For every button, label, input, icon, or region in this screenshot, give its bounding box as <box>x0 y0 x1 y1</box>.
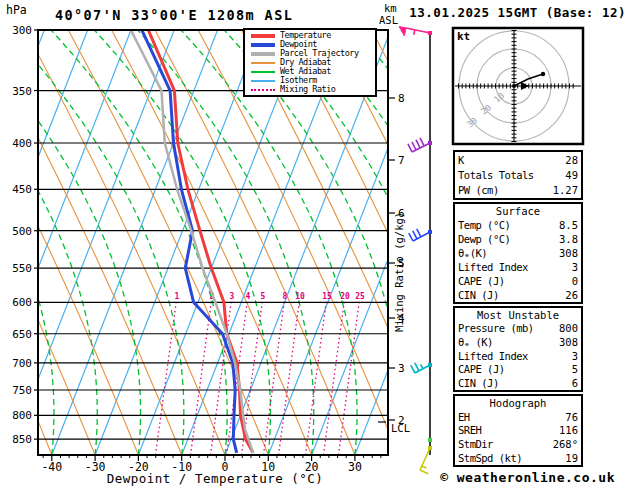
stat-value: 8.5 <box>559 219 578 231</box>
stat-value: 28 <box>565 154 578 166</box>
pressure-tick-label: 800 <box>12 409 32 422</box>
pressure-tick-label: 700 <box>12 357 32 370</box>
pressure-tick-label: 600 <box>12 296 32 309</box>
x-tick-label: -40 <box>41 460 62 474</box>
table-row: θₑ(K)308 <box>455 246 581 260</box>
table-row: Dewp (°C)3.8 <box>455 232 581 246</box>
copyright: © weatheronline.co.uk <box>440 470 615 485</box>
wet-adiabat-line <box>51 30 227 455</box>
mixing-ratio-line <box>156 300 177 455</box>
mixing-ratio-value: 20 <box>340 292 350 301</box>
table-title: Most Unstable <box>477 309 559 321</box>
barb-half <box>414 30 415 35</box>
stat-label: Totals Totals <box>458 169 565 181</box>
table-row: θₑ (K)308 <box>455 335 581 349</box>
barb-full <box>415 363 419 371</box>
table-row: CAPE (J)5 <box>455 363 581 377</box>
mixing-ratio-axis-title: Mixing Ratio (g/kg) <box>393 212 405 332</box>
mixing-ratio-line <box>279 300 300 455</box>
table-row: Totals Totals49 <box>455 167 581 182</box>
barb-station-marker <box>428 363 432 367</box>
table-row: PW (cm)1.27 <box>455 183 581 198</box>
stat-value: 308 <box>559 247 578 259</box>
pressure-tick-label: 350 <box>12 85 32 98</box>
table-title: Hodograph <box>490 397 547 409</box>
mixing-ratio-value: 1 <box>175 292 180 301</box>
legend-swatch <box>251 43 275 47</box>
legend-swatch <box>251 80 275 82</box>
pressure-tick-label: 450 <box>12 183 32 196</box>
pressure-tick-label: 550 <box>12 262 32 275</box>
km-axis-unit: km <box>384 2 397 14</box>
stat-value: 76 <box>565 411 578 423</box>
table-row: StmSpd (kt)19 <box>455 451 581 465</box>
stat-label: Lifted Index <box>458 350 572 362</box>
legend-item-mixing-ratio: Mixing Ratio <box>251 85 375 94</box>
legend-label: Mixing Ratio <box>280 85 335 94</box>
barb-full <box>417 229 421 237</box>
barb-full <box>409 233 413 241</box>
table-title: Surface <box>496 205 540 217</box>
barb-full <box>420 470 428 474</box>
stat-label: CAPE (J) <box>458 363 572 375</box>
stat-label: Temp (°C) <box>458 219 559 231</box>
run-date: 13.01.2025 15GMT (Base: 12) <box>409 5 626 20</box>
wind-barb <box>409 229 432 241</box>
stat-value: 1.27 <box>553 184 578 196</box>
wind-level-marker <box>428 438 432 442</box>
wind-barb <box>399 27 432 36</box>
stat-label: Lifted Index <box>458 261 572 273</box>
legend-swatch <box>251 52 275 56</box>
table-row: Lifted Index3 <box>455 349 581 363</box>
stat-label: PW (cm) <box>458 184 553 196</box>
stats-table-hodograph: HodographEH76SREH116StmDir268°StmSpd (kt… <box>453 394 583 467</box>
legend-swatch <box>251 71 275 73</box>
hodograph-path-end <box>541 72 545 76</box>
pressure-tick-label: 400 <box>12 137 32 150</box>
pressure-tick-label: 650 <box>12 328 32 341</box>
pressure-axis-unit: hPa <box>6 3 27 17</box>
stats-table-most-unstable: Most UnstablePressure (mb)800θₑ (K)308Li… <box>453 306 583 392</box>
mixing-ratio-line <box>191 300 212 455</box>
table-row: Lifted Index3 <box>455 260 581 274</box>
mixing-ratio-value: 4 <box>246 292 251 301</box>
barb-full <box>411 365 415 373</box>
table-row: StmDir268° <box>455 437 581 451</box>
wind-barb <box>408 138 432 152</box>
stat-label: θₑ (K) <box>458 336 559 348</box>
mixing-ratio-value: 3 <box>230 292 235 301</box>
stat-value: 26 <box>565 289 578 301</box>
km-tick-label: 8 <box>398 92 405 105</box>
barb-full <box>413 231 417 239</box>
page-title: 40°07'N 33°00'E 1208m ASL <box>55 7 293 23</box>
stat-value: 0 <box>572 275 578 287</box>
table-row: CAPE (J)0 <box>455 274 581 288</box>
stat-value: 19 <box>565 452 578 464</box>
stat-value: 3.8 <box>559 233 578 245</box>
pressure-tick-label: 850 <box>12 433 32 446</box>
barb-full <box>412 142 416 150</box>
stat-label: SREH <box>458 424 559 436</box>
stats-table-indices: K28Totals Totals49PW (cm)1.27 <box>453 150 583 200</box>
lcl-label: LCL <box>391 422 410 434</box>
stat-label: EH <box>458 411 565 423</box>
stat-label: StmDir <box>458 438 553 450</box>
isotherm-line <box>9 30 175 455</box>
barb-full <box>420 138 424 146</box>
barb-half <box>421 364 423 368</box>
stat-value: 268° <box>553 438 578 450</box>
isotherm-line <box>52 30 218 455</box>
stat-label: θₑ(K) <box>458 247 559 259</box>
stat-value: 3 <box>572 350 578 362</box>
legend: TemperatureDewpointParcel TrajectoryDry … <box>243 28 377 97</box>
stat-label: CAPE (J) <box>458 275 572 287</box>
barb-full <box>416 140 420 148</box>
barb-shaft <box>406 28 430 33</box>
stat-value: 6 <box>572 377 578 389</box>
stat-value: 308 <box>559 336 578 348</box>
pressure-tick-label: 500 <box>12 225 32 238</box>
table-row: Temp (°C)8.5 <box>455 218 581 232</box>
table-row: CIN (J)26 <box>455 288 581 302</box>
stat-label: CIN (J) <box>458 377 572 389</box>
table-row: Pressure (mb)800 <box>455 322 581 336</box>
